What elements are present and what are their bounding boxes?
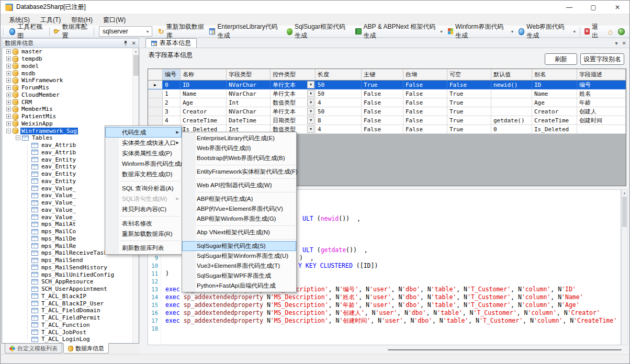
menu-item[interactable]: 表别名修改 (105, 218, 182, 229)
menu-item[interactable]: EnterpriseLibrary代码生成(E) (182, 133, 296, 143)
maximize-button[interactable]: ▢ (581, 1, 605, 14)
grid-cell[interactable]: ID (181, 81, 227, 89)
enterpriselib-gen-button[interactable]: EnterpriseLibrary代码生成 (207, 26, 284, 37)
tree-expander[interactable]: + (6, 49, 11, 54)
grid-column-header[interactable]: 默认值 (491, 69, 532, 81)
tree-item[interactable]: +ForumMis (2, 84, 139, 92)
grid-cell[interactable] (491, 98, 532, 107)
grid-cell[interactable]: 0 (163, 81, 181, 89)
grid-cell[interactable]: ID (532, 81, 577, 89)
status-orb-button[interactable] (615, 26, 627, 37)
grid-cell[interactable]: Creator (532, 107, 577, 116)
grid-column-header[interactable]: 字段类型 (227, 69, 271, 81)
grid-cell[interactable]: DateTime (227, 116, 271, 125)
tree-item[interactable]: SCH_AppResource (2, 278, 139, 286)
tree-item[interactable]: mps_MailSendHistory (2, 264, 139, 271)
tree-item[interactable]: +MemberMis (2, 106, 139, 113)
toolbar-view-button[interactable]: 工具栏视图 (7, 26, 48, 37)
menubar-item[interactable]: 窗口(W) (98, 14, 131, 26)
grid-cell[interactable]: Name (181, 89, 227, 98)
grid-cell[interactable]: NVarChar (227, 81, 271, 89)
grid-column-header[interactable]: 编号 (163, 69, 181, 81)
grid-cell[interactable]: 8 (316, 116, 362, 125)
tree-expander[interactable]: − (16, 135, 20, 140)
grid-cell[interactable]: NVarChar (227, 89, 271, 98)
menu-item[interactable]: 刷新数据库列表 (105, 243, 182, 253)
grid-cell[interactable]: getdate() (491, 116, 532, 125)
grid-cell[interactable]: Int (227, 98, 271, 107)
grid-cell[interactable]: CreateTime (181, 116, 227, 125)
grid-cell[interactable]: 1 (163, 89, 181, 98)
tree-item[interactable]: +CRM (2, 98, 139, 106)
grid-cell[interactable]: False (403, 125, 447, 134)
close-button[interactable]: ✕ (605, 1, 629, 14)
pin-icon[interactable] (123, 40, 128, 46)
menu-item[interactable]: 拷贝列表内容(C) (105, 204, 182, 214)
grid-column-header[interactable]: 别名 (532, 69, 577, 81)
grid-cell[interactable]: 4 (316, 125, 362, 134)
tree-expander[interactable]: + (6, 71, 11, 76)
splitter-grip[interactable] (388, 349, 622, 350)
abp-gen-button[interactable]: ABP & ABPNext 框架代码生成 ▾ (353, 26, 445, 37)
grid-cell[interactable]: 2 (163, 98, 181, 107)
grid-cell[interactable]: False (403, 116, 447, 125)
grid-cell[interactable]: 50 (316, 89, 362, 98)
grid-cell[interactable]: False (447, 81, 491, 89)
minimize-button[interactable]: — (557, 1, 581, 14)
grid-column-header[interactable]: 名称 (181, 69, 227, 81)
tab-list-icon[interactable]: ▾ (615, 40, 618, 46)
menu-item[interactable]: Winform界面代码生成(W) (105, 158, 182, 169)
combo-dropdown-button[interactable]: ▼ (307, 90, 314, 97)
grid-column-header[interactable]: 自增 (403, 69, 447, 81)
grid-cell[interactable]: 创建时间 (577, 116, 626, 125)
grid-cell[interactable]: 数值类型▼ (271, 98, 316, 107)
grid-column-header[interactable]: 控件类型 (271, 69, 316, 81)
grid-cell[interactable]: False (362, 89, 403, 98)
grid-cell[interactable]: True (447, 125, 491, 134)
grid-cell[interactable]: newid() (491, 81, 532, 89)
tree-expander[interactable]: + (6, 85, 11, 90)
grid-column-header[interactable]: 主键 (362, 69, 403, 81)
grid-cell[interactable]: True (447, 116, 491, 125)
db-config-button[interactable]: 数据库配置 (51, 26, 93, 37)
grid-cell[interactable]: 年龄 (577, 98, 626, 107)
grid-cell[interactable]: False (403, 107, 447, 116)
tree-item[interactable]: mps_MailSend (2, 257, 139, 264)
grid-cell[interactable]: True (362, 81, 403, 89)
menu-item[interactable]: 实体类生成快速入口▶ (105, 138, 182, 148)
grid-cell[interactable]: 50 (316, 107, 362, 116)
menu-item[interactable]: EntityFramework实体框架代码生成(F) (182, 167, 296, 177)
tree-expander[interactable]: − (6, 129, 11, 133)
grid-cell[interactable]: 创建人 (577, 107, 626, 116)
sql-vertical-scrollbar[interactable]: ▲ (621, 189, 628, 345)
grid-cell[interactable]: 0 (491, 125, 532, 134)
grid-cell[interactable]: True (447, 98, 491, 107)
combo-dropdown-button[interactable]: ▼ (307, 108, 314, 115)
menu-item[interactable]: ABP框架代码生成(A) (182, 194, 296, 204)
menu-item[interactable]: Python+FastApi后端代码生成 (182, 281, 296, 291)
grid-cell[interactable]: False (362, 98, 403, 107)
scroll-up-icon[interactable]: ▲ (622, 190, 627, 196)
menu-item[interactable]: Web界面代码生成(I) (182, 143, 296, 153)
row-selector[interactable] (148, 98, 163, 107)
grid-cell[interactable]: 单行文本▼ (271, 107, 316, 116)
row-selector[interactable] (148, 116, 163, 125)
tree-expander[interactable]: + (6, 56, 11, 61)
refresh-button[interactable]: 刷新 (545, 53, 577, 65)
tree-item[interactable]: SCH_UserAppointment (2, 286, 139, 293)
row-selector[interactable] (148, 107, 163, 116)
grid-cell[interactable]: 4 (163, 116, 181, 125)
tab-table-basic-info[interactable]: 表基本信息 (145, 38, 197, 48)
tree-item[interactable]: T_ACL_LoginLog (2, 336, 139, 343)
grid-column-header[interactable]: 可空 (447, 69, 491, 81)
tree-expander[interactable]: + (6, 93, 11, 97)
tree-item[interactable]: +msdb (2, 70, 139, 77)
grid-cell[interactable]: Age (532, 98, 577, 107)
grid-cell[interactable] (491, 89, 532, 98)
tree-expander[interactable]: + (6, 64, 11, 69)
menu-item[interactable]: SQL 查询分析器(A) (105, 183, 182, 194)
tree-expander[interactable]: + (6, 114, 11, 119)
combo-dropdown-button[interactable]: ▼ (307, 99, 314, 106)
grid-cell[interactable]: False (403, 89, 447, 98)
grid-cell[interactable] (491, 107, 532, 116)
